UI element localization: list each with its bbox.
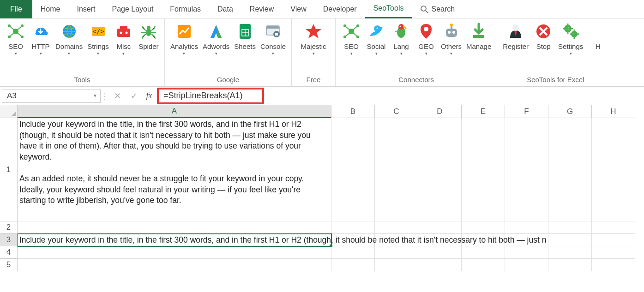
col-header-c[interactable]: C [375,105,418,118]
chevron-down-icon[interactable]: ▼ [93,93,97,98]
cell-h5[interactable] [592,259,635,271]
cell-g1[interactable] [548,118,592,221]
tab-developer[interactable]: Developer [315,0,365,18]
seo-button[interactable]: SEO [4,20,28,57]
cell-g4[interactable] [548,246,592,259]
insert-function-button[interactable]: fx [142,91,156,101]
tab-seotools[interactable]: SeoTools [365,0,412,18]
col-header-b[interactable]: B [331,105,375,118]
tab-home[interactable]: Home [32,0,69,18]
row-header-4[interactable]: 4 [0,246,18,259]
cell-b2[interactable] [331,221,375,234]
cell-e4[interactable] [462,246,505,259]
tab-data[interactable]: Data [209,0,241,18]
adwords-button[interactable]: Adwords [201,20,231,57]
col-header-g[interactable]: G [548,105,592,118]
col-header-f[interactable]: F [505,105,548,118]
cell-e5[interactable] [462,259,505,271]
cell-g5[interactable] [548,259,592,271]
svg-marker-29 [306,24,321,38]
group-tools: SEO HTTP Domains </>Strings Misc Spider … [0,18,165,86]
stop-button[interactable]: Stop [531,20,555,57]
sheets-button[interactable]: Sheets [232,20,258,57]
row-header-3[interactable]: 3 [0,234,18,246]
manage-button[interactable]: Manage [464,20,493,57]
group-connectors: SEO Social Lang GEO Others Manage Connec… [336,18,497,86]
search-label: Search [431,5,455,13]
cell-h4[interactable] [592,246,635,259]
strings-button[interactable]: </>Strings [85,20,111,57]
cell-a2[interactable] [18,221,331,234]
analytics-button[interactable]: Analytics [169,20,200,57]
cell-h3[interactable] [592,234,635,246]
cell-g2[interactable] [548,221,592,234]
row-header-2[interactable]: 2 [0,221,18,234]
select-all-corner[interactable] [0,105,18,118]
help-button[interactable]: H [586,20,610,57]
cell-e2[interactable] [462,221,505,234]
register-button[interactable]: Register [501,20,530,57]
cell-d5[interactable] [418,259,462,271]
majestic-button[interactable]: Majestic [295,20,331,57]
svg-rect-26 [266,26,279,29]
lang-button[interactable]: Lang [389,20,413,57]
svg-rect-44 [446,29,457,37]
cell-g3[interactable] [548,234,592,246]
cell-d1[interactable] [418,118,462,221]
tab-page-layout[interactable]: Page Layout [103,0,162,18]
tab-formulas[interactable]: Formulas [162,0,209,18]
cell-c1[interactable] [375,118,418,221]
svg-point-45 [448,31,451,34]
col-header-h[interactable]: H [592,105,635,118]
ribbon-tabs: File Home Insert Page Layout Formulas Da… [0,0,644,18]
svg-point-42 [400,26,401,27]
cell-h2[interactable] [592,221,635,234]
tell-me-search[interactable]: Search [412,0,463,18]
cell-d4[interactable] [418,246,462,259]
formula-input[interactable]: =StripLineBreaks(A1) [156,91,243,101]
domains-button[interactable]: Domains [54,20,84,57]
row-header-5[interactable]: 5 [0,259,18,271]
tab-file[interactable]: File [0,0,32,18]
geo-button[interactable]: GEO [414,20,438,57]
social-button[interactable]: Social [364,20,388,57]
cell-f1[interactable] [505,118,548,221]
group-google: Analytics Adwords Sheets Console Google [165,18,292,86]
svg-point-35 [343,24,346,27]
cell-b5[interactable] [331,259,375,271]
col-header-e[interactable]: E [462,105,505,118]
tab-insert[interactable]: Insert [68,0,103,18]
name-box[interactable]: A3 ▼ [2,89,101,103]
cell-c2[interactable] [375,221,418,234]
cell-c5[interactable] [375,259,418,271]
connectors-seo-button[interactable]: SEO [339,20,363,57]
console-button[interactable]: Console [259,20,288,57]
enter-formula-button[interactable]: ✓ [126,91,142,101]
misc-button[interactable]: Misc [112,20,136,57]
col-header-d[interactable]: D [418,105,462,118]
svg-rect-49 [473,35,484,38]
group-seotools-for-excel: Register Stop Settings H SeoTools for Ex… [497,18,614,86]
http-button[interactable]: HTTP [29,20,53,57]
cell-e1[interactable] [462,118,505,221]
cell-a5[interactable] [18,259,331,271]
cell-a4[interactable] [18,246,331,259]
cell-b4[interactable] [331,246,375,259]
cell-d2[interactable] [418,221,462,234]
cell-c4[interactable] [375,246,418,259]
cell-f5[interactable] [505,259,548,271]
tab-review[interactable]: Review [241,0,282,18]
cell-f4[interactable] [505,246,548,259]
settings-button[interactable]: Settings [556,20,585,57]
col-header-a[interactable]: A [18,105,331,118]
cell-f2[interactable] [505,221,548,234]
cell-b1[interactable] [331,118,375,221]
row-header-1[interactable]: 1 [0,118,18,221]
others-button[interactable]: Others [439,20,463,57]
cell-a3[interactable]: Include your keyword in the title, in th… [18,234,331,246]
tab-view[interactable]: View [282,0,314,18]
cancel-formula-button[interactable]: ✕ [109,91,126,101]
spider-button[interactable]: Spider [137,20,161,57]
cell-a1[interactable]: Include your keyword in the title, in th… [18,118,331,221]
cell-h1[interactable] [592,118,635,221]
